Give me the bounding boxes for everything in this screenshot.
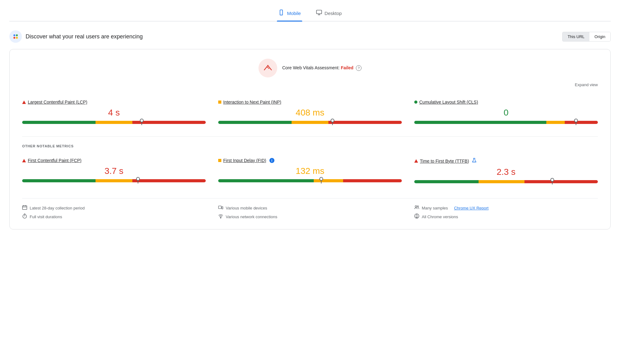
this-url-button[interactable]: This URL — [563, 32, 589, 41]
metric-lcp-label-row: Largest Contentful Paint (LCP) — [22, 100, 206, 105]
network-icon — [218, 214, 223, 220]
lcp-label[interactable]: Largest Contentful Paint (LCP) — [28, 100, 87, 105]
inp-value: 408 ms — [218, 108, 402, 118]
ttfb-value: 2.3 s — [414, 167, 598, 177]
ttfb-status-icon — [414, 159, 418, 163]
tab-desktop-label: Desktop — [325, 11, 342, 16]
help-icon[interactable]: ? — [356, 65, 362, 71]
footer-chrome-versions: All Chrome versions — [414, 214, 598, 220]
footer-mobile-devices: Various mobile devices — [218, 205, 402, 211]
footer-network: Various network connections — [218, 214, 402, 220]
svg-rect-0 — [280, 10, 283, 15]
crux-icon — [9, 30, 22, 43]
tab-bar: Mobile Desktop — [9, 6, 611, 22]
footer-samples-text: Many samples — [422, 206, 448, 210]
metric-inp-label-row: Interaction to Next Paint (INP) — [218, 100, 402, 105]
assessment-title-container: Core Web Vitals Assessment: Failed ? — [282, 65, 362, 71]
footer-collection-text: Latest 28-day collection period — [30, 206, 85, 210]
timer-icon — [22, 214, 27, 220]
lcp-status-icon — [22, 101, 26, 104]
chrome-icon — [414, 214, 419, 220]
footer-grid: Latest 28-day collection period Full vis… — [22, 198, 598, 220]
fcp-label[interactable]: First Contentful Paint (FCP) — [28, 158, 81, 163]
header-left: Discover what your real users are experi… — [9, 30, 143, 43]
ttfb-label[interactable]: Time to First Byte (TTFB) — [420, 159, 469, 164]
fcp-status-icon — [22, 159, 26, 162]
metrics-divider — [22, 136, 598, 137]
footer-visit-durations: Full visit durations — [22, 214, 206, 220]
footer-samples: Many samples Chrome UX Report — [414, 205, 598, 211]
svg-point-5 — [13, 34, 15, 36]
ttfb-marker — [552, 179, 553, 184]
assessment-title: Core Web Vitals Assessment: — [282, 65, 340, 70]
fid-info-icon[interactable]: i — [269, 158, 274, 163]
cls-status-icon — [414, 101, 417, 104]
calendar-icon — [22, 205, 27, 211]
cls-label[interactable]: Cumulative Layout Shift (CLS) — [419, 100, 478, 105]
svg-point-19 — [220, 218, 221, 218]
assessment-header: Core Web Vitals Assessment: Failed ? — [22, 59, 598, 77]
footer-collection-period: Latest 28-day collection period — [22, 205, 206, 211]
cls-bar — [414, 121, 598, 124]
ttfb-bar — [414, 180, 598, 183]
metric-cls-label-row: Cumulative Layout Shift (CLS) — [414, 100, 598, 105]
fcp-value: 3.7 s — [22, 166, 206, 176]
svg-rect-18 — [222, 207, 223, 209]
svg-rect-2 — [316, 10, 322, 14]
people-icon — [414, 205, 419, 211]
metric-cls: Cumulative Layout Shift (CLS) 0 — [414, 95, 598, 129]
other-metrics-grid: First Contentful Paint (FCP) 3.7 s First… — [22, 153, 598, 188]
fid-bar — [218, 179, 402, 182]
metric-fid-label-row: First Input Delay (FID) i — [218, 158, 402, 163]
inp-status-icon — [218, 101, 221, 104]
tab-mobile-label: Mobile — [287, 11, 301, 16]
fid-status-icon — [218, 159, 221, 162]
footer-visit-text: Full visit durations — [30, 214, 62, 219]
tab-desktop[interactable]: Desktop — [315, 6, 343, 21]
mobile-icon — [278, 9, 284, 17]
lcp-marker — [141, 120, 142, 125]
footer-col3: Many samples Chrome UX Report All Chrome… — [414, 205, 598, 220]
metric-lcp: Largest Contentful Paint (LCP) 4 s — [22, 95, 206, 129]
footer-chrome-text: All Chrome versions — [422, 214, 458, 219]
devices-icon — [218, 205, 223, 211]
svg-point-23 — [416, 215, 418, 217]
other-metrics-label: OTHER NOTABLE METRICS — [22, 144, 598, 148]
inp-bar — [218, 121, 402, 124]
main-card: Core Web Vitals Assessment: Failed ? Exp… — [9, 49, 611, 229]
fcp-bar — [22, 179, 206, 182]
inp-marker — [332, 120, 333, 125]
footer-mobile-text: Various mobile devices — [226, 206, 267, 210]
fid-value: 132 ms — [218, 166, 402, 176]
metric-fcp: First Contentful Paint (FCP) 3.7 s — [22, 153, 206, 188]
chrome-ux-report-link[interactable]: Chrome UX Report — [454, 206, 489, 210]
assessment-icon — [258, 59, 277, 77]
expand-view-button[interactable]: Expand view — [22, 82, 598, 87]
svg-point-9 — [267, 65, 269, 66]
svg-rect-17 — [219, 206, 221, 209]
header-row: Discover what your real users are experi… — [9, 30, 611, 43]
svg-point-8 — [16, 37, 18, 39]
url-toggle: This URL Origin — [562, 32, 611, 42]
lcp-value: 4 s — [22, 108, 206, 118]
inp-label[interactable]: Interaction to Next Paint (INP) — [223, 100, 281, 105]
footer-col1: Latest 28-day collection period Full vis… — [22, 205, 206, 220]
metric-ttfb: Time to First Byte (TTFB) 2.3 s — [414, 153, 598, 188]
origin-button[interactable]: Origin — [589, 32, 610, 41]
svg-point-6 — [16, 34, 18, 36]
svg-rect-10 — [22, 206, 27, 209]
svg-point-7 — [13, 37, 15, 39]
fid-label[interactable]: First Input Delay (FID) — [223, 158, 266, 163]
cls-value: 0 — [414, 108, 598, 118]
tab-mobile[interactable]: Mobile — [277, 6, 302, 21]
footer-network-text: Various network connections — [226, 214, 277, 219]
assessment-status: Failed — [341, 65, 353, 70]
fid-marker — [321, 178, 322, 184]
ttfb-flask-icon — [472, 158, 476, 164]
header-title: Discover what your real users are experi… — [26, 33, 143, 40]
metric-fid: First Input Delay (FID) i 132 ms — [218, 153, 402, 188]
svg-point-21 — [417, 206, 418, 207]
lcp-bar — [22, 121, 206, 124]
metric-ttfb-label-row: Time to First Byte (TTFB) — [414, 158, 598, 164]
footer-col2: Various mobile devices Various network c… — [218, 205, 402, 220]
